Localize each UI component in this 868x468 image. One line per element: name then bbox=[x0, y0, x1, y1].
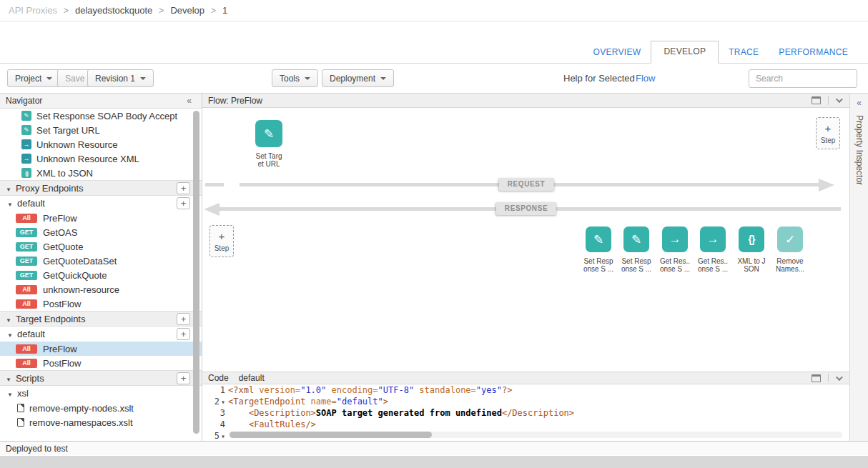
flow-editor-panel: Flow: PreFlow Set Targ et URL Step bbox=[202, 94, 849, 372]
callout-icon[interactable] bbox=[662, 226, 688, 252]
tools-menu-button[interactable]: Tools bbox=[272, 69, 318, 87]
group-label: xsl bbox=[17, 388, 29, 399]
cloud-check-icon[interactable] bbox=[777, 226, 803, 252]
tab-performance[interactable]: PERFORMANCE bbox=[769, 42, 858, 64]
collapse-panel-icon[interactable] bbox=[836, 374, 843, 381]
code-editor[interactable]: 1 <?xml version="1.0" encoding="UTF-8" s… bbox=[202, 384, 849, 440]
navigator-item-set-target-url[interactable]: Set Target URL bbox=[0, 123, 202, 137]
method-badge: All bbox=[16, 359, 37, 368]
console-toggle-icon[interactable] bbox=[812, 374, 821, 382]
search-input[interactable] bbox=[749, 69, 857, 88]
proxy-flow-getoas[interactable]: GET GetOAS bbox=[0, 225, 202, 239]
add-flow-button[interactable] bbox=[177, 328, 190, 340]
help-flow-link[interactable]: Flow bbox=[636, 73, 655, 84]
collapse-navigator-icon[interactable]: « bbox=[187, 96, 192, 106]
caret-down-icon bbox=[140, 77, 146, 80]
proxy-flow-getquickquote[interactable]: GET GetQuickQuote bbox=[0, 268, 202, 282]
flow-step-xml-to-json[interactable]: XML to J SON bbox=[732, 226, 771, 273]
proxy-flow-postflow[interactable]: All PostFlow bbox=[0, 297, 202, 311]
section-proxy-endpoints[interactable]: Proxy Endpoints bbox=[0, 180, 202, 196]
navigator-scrollbar[interactable] bbox=[193, 111, 199, 434]
script-remove-namespaces[interactable]: remove-namespaces.xslt bbox=[0, 415, 202, 429]
scrollbar-thumb[interactable] bbox=[193, 111, 199, 434]
code-file-name[interactable]: default bbox=[239, 373, 265, 383]
pencil-icon[interactable] bbox=[586, 226, 611, 252]
group-label: default bbox=[17, 198, 45, 209]
add-target-endpoint-button[interactable] bbox=[177, 313, 190, 325]
proxy-endpoint-default-group[interactable]: default bbox=[0, 196, 202, 211]
method-badge: GET bbox=[16, 257, 37, 266]
add-script-button[interactable] bbox=[177, 372, 190, 384]
script-remove-empty-nodes[interactable]: remove-empty-nodes.xslt bbox=[0, 401, 202, 415]
property-inspector-panel[interactable]: « Property Inspector bbox=[849, 94, 868, 441]
section-target-endpoints[interactable]: Target Endpoints bbox=[0, 311, 202, 327]
tab-overview[interactable]: OVERVIEW bbox=[583, 42, 651, 64]
fold-icon[interactable] bbox=[221, 430, 225, 441]
fold-icon[interactable] bbox=[221, 396, 225, 408]
breadcrumb-proxy-name[interactable]: delayedstockquote bbox=[75, 5, 152, 16]
navigator-item-label: XML to JSON bbox=[36, 168, 93, 179]
proxy-flow-preflow[interactable]: All PreFlow bbox=[0, 211, 202, 225]
tab-trace[interactable]: TRACE bbox=[719, 42, 769, 64]
revision-menu-button[interactable]: Revision 1 bbox=[87, 69, 154, 87]
navigator-item-unknown-resource[interactable]: Unknown Resource bbox=[0, 137, 202, 151]
breadcrumb-separator: > bbox=[211, 6, 216, 16]
navigator-item-set-response-soap-body-accept[interactable]: Set Response SOAP Body Accept bbox=[0, 109, 202, 123]
flow-step-remove-namespaces[interactable]: Remove Names... bbox=[771, 226, 809, 273]
braces-icon[interactable] bbox=[739, 226, 764, 252]
help-for-selected-label: Help for Selected bbox=[563, 73, 635, 84]
flow-step-get-response-2[interactable]: Get Res.. onse S ... bbox=[694, 226, 732, 273]
caret-down-icon bbox=[380, 77, 386, 80]
breadcrumb: API Proxies > delayedstockquote > Develo… bbox=[0, 0, 868, 21]
breadcrumb-develop[interactable]: Develop bbox=[170, 5, 204, 16]
section-scripts[interactable]: Scripts bbox=[0, 370, 202, 386]
breadcrumb-separator: > bbox=[64, 6, 69, 16]
method-badge: All bbox=[16, 285, 37, 294]
flow-step-label-line1: Set Targ bbox=[247, 152, 290, 160]
add-response-step-button[interactable]: Step bbox=[209, 225, 234, 257]
callout-icon[interactable] bbox=[700, 226, 726, 252]
code-horizontal-scrollbar[interactable] bbox=[230, 432, 842, 438]
target-flow-postflow[interactable]: All PostFlow bbox=[0, 356, 202, 370]
navigator-item-unknown-resource-xml[interactable]: Unknown Resource XML bbox=[0, 151, 202, 166]
project-menu-button[interactable]: Project bbox=[7, 69, 60, 87]
scripts-xsl-group[interactable]: xsl bbox=[0, 386, 202, 401]
proxy-flow-unknown-resource[interactable]: All unknown-resource bbox=[0, 282, 202, 297]
flow-step-set-response-2[interactable]: Set Resp onse S ... bbox=[617, 226, 656, 273]
proxy-flow-getquote[interactable]: GET GetQuote bbox=[0, 239, 202, 254]
flow-label: GetQuote bbox=[43, 242, 83, 252]
line-number: 1 bbox=[202, 384, 228, 396]
navigator-item-xml-to-json[interactable]: XML to JSON bbox=[0, 166, 202, 180]
expand-property-inspector-icon[interactable]: « bbox=[850, 98, 868, 108]
collapse-panel-icon[interactable] bbox=[836, 96, 843, 103]
code-panel: Code default 1 <?xml version="1.0" encod… bbox=[202, 372, 849, 441]
deployment-menu-button[interactable]: Deployment bbox=[322, 69, 394, 87]
console-toggle-icon[interactable] bbox=[812, 96, 821, 104]
breadcrumb-api-proxies[interactable]: API Proxies bbox=[9, 5, 57, 16]
proxy-flow-getquotedataset[interactable]: GET GetQuoteDataSet bbox=[0, 254, 202, 268]
flow-step-get-response-1[interactable]: Get Res.. onse S ... bbox=[656, 226, 694, 273]
plus-icon bbox=[825, 122, 832, 135]
flow-step-set-target-url[interactable] bbox=[255, 120, 282, 147]
code-header-icons bbox=[812, 374, 844, 382]
target-flow-preflow[interactable]: All PreFlow bbox=[0, 342, 202, 356]
add-request-step-button[interactable]: Step bbox=[816, 117, 840, 149]
flow-step-set-response-1[interactable]: Set Resp onse S ... bbox=[579, 226, 618, 273]
revision-menu-label: Revision 1 bbox=[95, 74, 135, 84]
group-label: default bbox=[17, 329, 45, 339]
caret-down-icon bbox=[305, 77, 310, 80]
target-endpoint-default-group[interactable]: default bbox=[0, 327, 202, 342]
navigator-item-label: Unknown Resource XML bbox=[36, 154, 139, 164]
flow-step-label: Set Resp onse S ... bbox=[621, 257, 651, 273]
code-line: 3 <Description>SOAP target generated fro… bbox=[202, 407, 849, 419]
method-badge: GET bbox=[16, 271, 37, 280]
scrollbar-thumb[interactable] bbox=[230, 432, 432, 438]
resource-arrow-icon bbox=[21, 139, 31, 149]
add-proxy-endpoint-button[interactable] bbox=[177, 182, 190, 194]
flow-canvas[interactable]: Set Targ et URL Step REQUEST RESPONSE St… bbox=[202, 108, 849, 371]
add-flow-button[interactable] bbox=[177, 197, 190, 209]
breadcrumb-revision-number[interactable]: 1 bbox=[222, 5, 227, 16]
pencil-icon[interactable] bbox=[623, 226, 649, 252]
tab-develop[interactable]: DEVELOP bbox=[651, 41, 719, 64]
divider bbox=[828, 96, 829, 105]
